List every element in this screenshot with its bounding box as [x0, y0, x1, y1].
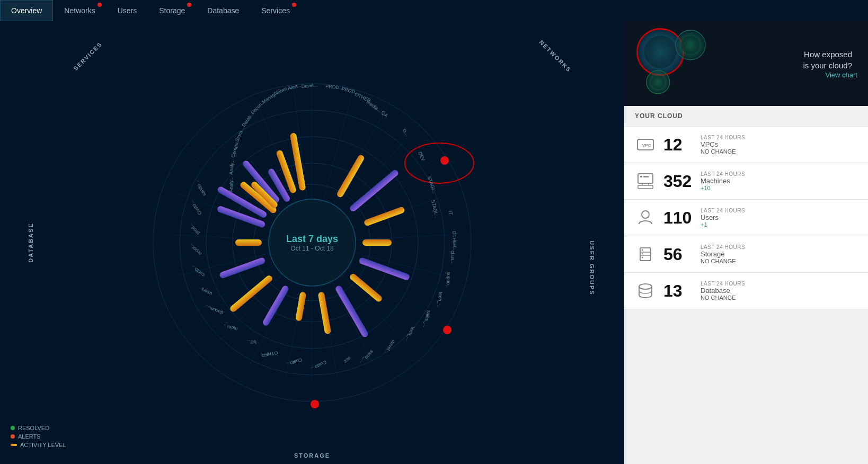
legend-activity: ACTIVITY LEVEL — [11, 442, 66, 448]
users-count: 110 — [663, 208, 701, 228]
storage-label: STORAGE — [294, 452, 330, 459]
svg-text:moni...: moni... — [223, 323, 238, 331]
svg-text:OTHER: OTHER — [261, 350, 278, 358]
svg-text:cl.us...: cl.us... — [450, 251, 455, 264]
vpc-icon: VPC — [635, 134, 656, 155]
svg-text:PROD...: PROD... — [325, 84, 343, 91]
machines-info: LAST 24 HOURS Machines +10 — [701, 171, 745, 191]
svg-point-113 — [642, 249, 643, 251]
cloud-exposure-question: How exposed is your cloud? — [803, 49, 852, 71]
svg-text:sando...: sando... — [194, 180, 207, 197]
svg-text:docum...: docum... — [205, 304, 224, 315]
svg-text:acc: acc — [342, 355, 352, 364]
cloud-preview-text-block: How exposed is your cloud? View chart — [803, 49, 857, 79]
svg-text:prod...: prod... — [188, 222, 201, 236]
view-chart-link[interactable]: View chart — [803, 71, 857, 79]
activity-bar — [11, 444, 17, 446]
svg-text:Custo...: Custo... — [311, 359, 327, 371]
svg-text:Compu...: Compu... — [230, 138, 240, 158]
main-layout: SERVICES NETWORKS DATABASE STORAGE USER … — [0, 21, 868, 464]
svg-rect-109 — [640, 176, 642, 177]
chart-legend: RESOLVED ALERTS ACTIVITY LEVEL — [11, 425, 66, 448]
tab-networks[interactable]: Networks — [53, 0, 106, 21]
svg-rect-44 — [295, 292, 306, 322]
storage-icon — [635, 244, 656, 265]
svg-rect-41 — [349, 272, 383, 302]
svg-point-53 — [443, 326, 451, 334]
networks-alert-dot — [98, 3, 102, 7]
vpcs-info: LAST 24 HOURS VPCs NO CHANGE — [701, 135, 745, 155]
svg-point-51 — [269, 199, 356, 286]
svg-rect-37 — [349, 168, 400, 212]
services-label: SERVICES — [72, 41, 103, 72]
cloud-preview-panel: How exposed is your cloud? View chart — [624, 21, 868, 106]
svg-text:Datab...: Datab... — [241, 111, 254, 128]
metric-row-machines: 352 LAST 24 HOURS Machines +10 — [624, 163, 868, 200]
svg-rect-110 — [643, 176, 649, 177]
svg-rect-39 — [362, 239, 392, 246]
tab-users[interactable]: Users — [107, 0, 148, 21]
svg-text:VPC: VPC — [642, 143, 651, 148]
database-count: 13 — [663, 281, 701, 301]
storage-info: LAST 24 HOURS Storage NO CHANGE — [701, 244, 745, 264]
svg-text:tech_...: tech_... — [405, 326, 415, 342]
database-label: DATABASE — [28, 222, 34, 262]
svg-point-100 — [681, 36, 700, 55]
user-icon — [635, 207, 656, 228]
svg-text:IT: IT — [448, 210, 454, 215]
svg-text:users: users — [200, 287, 213, 297]
legend-alerts: ALERTS — [11, 433, 66, 440]
svg-rect-48 — [235, 239, 262, 246]
storage-alert-dot — [187, 3, 191, 7]
tab-database[interactable]: Database — [196, 0, 250, 21]
svg-text:devel...: devel... — [384, 339, 396, 355]
svg-text:tech_...: tech_... — [436, 292, 444, 308]
svg-rect-36 — [336, 154, 365, 198]
database-icon — [635, 280, 656, 301]
legend-resolved: RESOLVED — [11, 425, 66, 431]
svg-text:DEV: DEV — [417, 151, 426, 162]
networks-label: NETWORKS — [538, 39, 572, 73]
svg-text:STAGI...: STAGI... — [430, 199, 439, 218]
tab-overview[interactable]: Overview — [0, 0, 53, 21]
svg-text:suppo...: suppo... — [446, 272, 451, 289]
metric-row-database: 13 LAST 24 HOURS Database NO CHANGE — [624, 273, 868, 309]
tab-storage[interactable]: Storage — [148, 0, 196, 21]
svg-point-98 — [644, 36, 677, 68]
svg-text:Analy...: Analy... — [228, 177, 234, 192]
svg-point-114 — [642, 253, 643, 255]
svg-rect-47 — [219, 257, 266, 279]
svg-point-102 — [651, 75, 665, 89]
svg-rect-45 — [262, 284, 290, 327]
svg-point-54 — [311, 400, 319, 408]
radar-chart: PROD... PROD... OTHER media... Devel... … — [121, 52, 503, 433]
svg-text:custo...: custo... — [190, 264, 206, 278]
alerts-dot — [11, 434, 15, 439]
svg-text:repor...: repor... — [188, 243, 203, 256]
cloud-exposure-graphic — [635, 26, 709, 101]
tab-services[interactable]: Services — [250, 0, 301, 21]
vpcs-count: 12 — [663, 135, 701, 155]
top-navigation: Overview Networks Users Storage Database… — [0, 0, 868, 21]
storage-count: 56 — [663, 245, 701, 264]
metric-row-storage: 56 LAST 24 HOURS Storage NO CHANGE — [624, 236, 868, 273]
svg-point-55 — [405, 143, 474, 183]
svg-point-116 — [639, 284, 652, 289]
right-panel: How exposed is your cloud? View chart YO… — [624, 21, 868, 464]
svg-text:media...: media... — [366, 99, 383, 113]
svg-text:Devel...: Devel... — [301, 82, 317, 89]
svg-point-111 — [642, 211, 649, 218]
usergroups-label: USER GROUPS — [588, 240, 595, 295]
machine-icon — [635, 171, 656, 192]
machines-count: 352 — [663, 172, 701, 191]
svg-rect-42 — [334, 284, 369, 338]
svg-rect-46 — [229, 274, 273, 313]
services-alert-dot — [292, 3, 296, 7]
database-info: LAST 24 HOURS Database NO CHANGE — [701, 281, 745, 301]
svg-point-115 — [642, 257, 643, 258]
svg-text:D...: D... — [401, 128, 410, 137]
svg-text:sales_...: sales_... — [422, 310, 432, 328]
svg-text:bill...: bill... — [246, 339, 256, 345]
svg-rect-105 — [638, 174, 653, 183]
svg-text:Custo...: Custo... — [286, 357, 303, 367]
